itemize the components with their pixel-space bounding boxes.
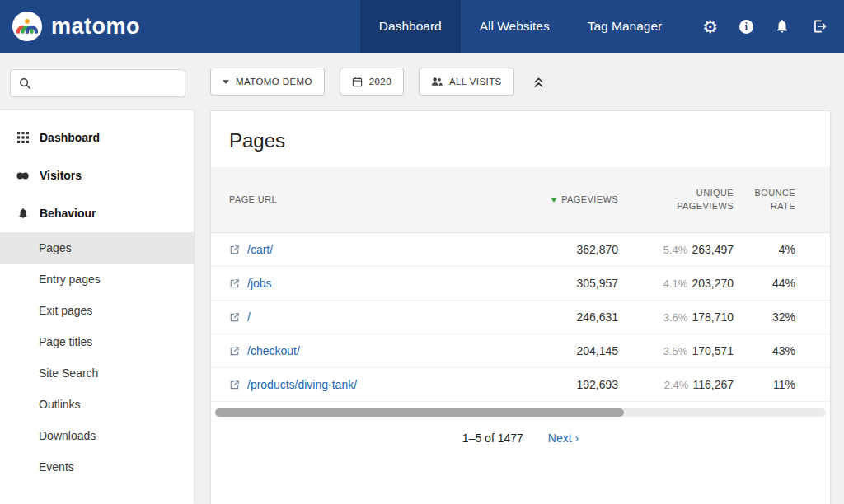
- visitors-icon: [16, 171, 29, 180]
- sidebar-item-downloads[interactable]: Downloads: [0, 420, 194, 451]
- sidebar-item-entry-pages[interactable]: Entry pages: [0, 264, 194, 295]
- unique-value: 116,267: [692, 378, 734, 391]
- table-header-row: PAGE URL PAGEVIEWS UNIQUE PAGEVIEWS BOUN…: [211, 167, 830, 233]
- sidebar-item-visitors[interactable]: Visitors: [0, 156, 194, 194]
- collapse-selector-bar-button[interactable]: [529, 72, 548, 91]
- sidebar-item-behaviour[interactable]: Behaviour: [0, 194, 194, 232]
- brand-name: matomo: [51, 14, 140, 40]
- unique-percent: 3.5%: [663, 345, 688, 357]
- page-url-link[interactable]: /products/diving-tank/: [247, 378, 357, 391]
- pagination-range: 1–5 of 1477: [462, 432, 523, 445]
- sidebar-item-dashboard[interactable]: Dashboard: [0, 119, 194, 156]
- table-row: /products/diving-tank/ 192,693 2.4%116,2…: [211, 368, 830, 402]
- topbar-icon-group: ⚙ i: [681, 0, 844, 53]
- dashboard-grid-icon: [16, 132, 29, 143]
- reports-sidebar: Dashboard Visitors: [0, 110, 194, 504]
- bounce-rate-value: 43%: [772, 344, 795, 357]
- unique-percent: 5.4%: [663, 244, 688, 256]
- site-selector-label: MATOMO DEMO: [236, 77, 312, 86]
- pagination-next-link[interactable]: Next ›: [548, 432, 579, 445]
- notifications-bell-icon[interactable]: [775, 19, 790, 34]
- page-url-link[interactable]: /cart/: [247, 243, 273, 256]
- table-row: / 246,631 3.6%178,710 32%: [211, 301, 830, 334]
- segment-selector-label: ALL VISITS: [449, 77, 502, 86]
- unique-value: 203,270: [692, 277, 734, 290]
- pageviews-value: 246,631: [576, 310, 618, 324]
- table-row: /jobs 305,957 4.1%203,270 44%: [211, 267, 830, 301]
- site-selector-button[interactable]: MATOMO DEMO: [210, 68, 325, 96]
- sidebar-item-label: Behaviour: [40, 207, 96, 220]
- sidebar-item-label: Dashboard: [40, 131, 100, 144]
- sidebar-item-pages[interactable]: Pages: [0, 232, 194, 264]
- page-url-cell: /products/diving-tank/: [229, 378, 495, 391]
- column-header-page-url[interactable]: PAGE URL: [229, 194, 495, 207]
- calendar-icon: [352, 77, 363, 87]
- page-url-link[interactable]: /jobs: [247, 277, 272, 290]
- segment-selector-button[interactable]: ALL VISITS: [419, 68, 514, 96]
- date-range-button[interactable]: 2020: [340, 68, 404, 96]
- sidebar-item-events[interactable]: Events: [0, 451, 194, 483]
- sidebar-item-site-search[interactable]: Site Search: [0, 357, 194, 389]
- bounce-rate-value: 4%: [779, 243, 795, 256]
- nav-item-dashboard[interactable]: Dashboard: [360, 0, 461, 53]
- page-url-cell: /: [229, 310, 495, 324]
- external-link-icon[interactable]: [229, 245, 240, 255]
- unique-pageviews-cell: 3.5%170,571: [663, 344, 734, 357]
- date-range-label: 2020: [369, 77, 392, 86]
- matomo-logo-home[interactable]: matomo: [0, 0, 140, 53]
- bounce-rate-value: 32%: [772, 310, 795, 324]
- pagination-row: 1–5 of 1477 Next ›: [211, 417, 830, 445]
- left-sidebar-column: Dashboard Visitors: [0, 53, 194, 504]
- unique-percent: 2.4%: [664, 379, 689, 391]
- page-url-link[interactable]: /checkout/: [247, 344, 300, 357]
- matomo-app: matomo Dashboard All Websites Tag Manage…: [0, 0, 844, 504]
- unique-value: 263,497: [692, 243, 734, 256]
- external-link-icon[interactable]: [229, 278, 240, 289]
- bounce-rate-value: 11%: [773, 378, 795, 391]
- top-navigation-bar: matomo Dashboard All Websites Tag Manage…: [0, 0, 844, 53]
- nav-item-tag-manager[interactable]: Tag Manager: [569, 0, 681, 53]
- unique-pageviews-cell: 4.1%203,270: [663, 277, 734, 290]
- page-url-cell: /cart/: [229, 243, 495, 256]
- nav-item-all-websites[interactable]: All Websites: [461, 0, 569, 53]
- unique-pageviews-cell: 2.4%116,267: [664, 378, 734, 391]
- search-icon: [19, 77, 31, 90]
- search-box[interactable]: [10, 69, 185, 97]
- sidebar-search-area: [0, 53, 194, 110]
- sign-out-icon[interactable]: [811, 18, 828, 35]
- pageviews-value: 192,693: [576, 378, 618, 391]
- table-row: /checkout/ 204,145 3.5%170,571 43%: [211, 334, 830, 368]
- double-chevron-up-icon: [532, 76, 545, 88]
- pageviews-value: 305,957: [576, 277, 618, 290]
- bounce-rate-value: 44%: [772, 277, 795, 290]
- column-header-bounce-rate[interactable]: BOUNCE RATE: [750, 187, 795, 213]
- unique-value: 178,710: [692, 310, 734, 324]
- column-header-pageviews[interactable]: PAGEVIEWS: [551, 194, 618, 207]
- sidebar-item-label: Visitors: [40, 169, 82, 182]
- sidebar-item-outlinks[interactable]: Outlinks: [0, 389, 194, 420]
- unique-percent: 3.6%: [663, 311, 688, 324]
- matomo-logo-icon: [12, 11, 43, 42]
- page-url-link[interactable]: /: [247, 310, 251, 324]
- horizontal-scrollbar-area: [211, 402, 830, 417]
- report-title: Pages: [211, 111, 830, 167]
- column-header-unique-pageviews[interactable]: UNIQUE PAGEVIEWS: [666, 187, 734, 213]
- settings-gear-icon[interactable]: ⚙: [702, 18, 718, 35]
- external-link-icon[interactable]: [229, 380, 240, 390]
- external-link-icon[interactable]: [229, 312, 240, 323]
- sidebar-item-page-titles[interactable]: Page titles: [0, 326, 194, 357]
- sidebar-item-exit-pages[interactable]: Exit pages: [0, 295, 194, 326]
- unique-pageviews-cell: 3.6%178,710: [663, 310, 734, 324]
- scrollbar-thumb[interactable]: [215, 408, 624, 417]
- caret-down-icon: [223, 80, 229, 84]
- visitors-segment-icon: [431, 77, 443, 86]
- sort-desc-icon: [551, 198, 557, 203]
- scrollbar-track[interactable]: [215, 408, 826, 417]
- unique-value: 170,571: [692, 344, 734, 357]
- behaviour-bell-icon: [16, 208, 29, 219]
- table-row: /cart/ 362,870 5.4%263,497 4%: [211, 233, 830, 267]
- page-body: Dashboard Visitors: [0, 53, 844, 504]
- search-input[interactable]: [38, 77, 176, 90]
- help-info-icon[interactable]: i: [739, 20, 753, 34]
- external-link-icon[interactable]: [229, 346, 240, 357]
